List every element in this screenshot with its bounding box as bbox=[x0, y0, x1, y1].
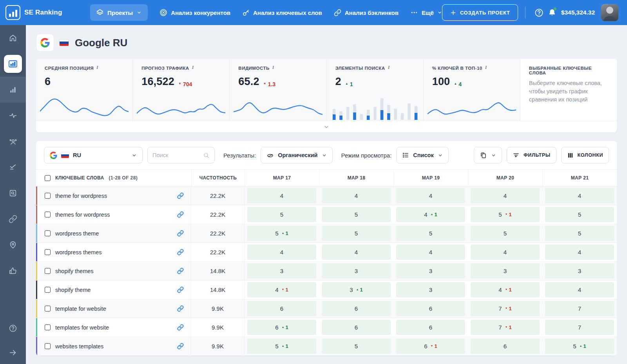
keyword-label[interactable]: shopify themes bbox=[55, 268, 94, 274]
link-icon[interactable] bbox=[177, 211, 184, 218]
keyword-label[interactable]: template for website bbox=[55, 306, 106, 312]
brand[interactable]: SE Ranking bbox=[5, 5, 90, 20]
stat-value-row: 100▲4 bbox=[432, 76, 511, 88]
layers-icon bbox=[96, 9, 103, 16]
date-header[interactable]: МАР 20 bbox=[468, 170, 542, 186]
position-change-down: ▼1 bbox=[431, 343, 437, 349]
position-chip: 4 bbox=[322, 188, 391, 203]
row-checkbox[interactable] bbox=[45, 193, 51, 199]
row-checkbox[interactable] bbox=[45, 343, 51, 349]
link-icon[interactable] bbox=[177, 268, 184, 274]
sidebar-item-social[interactable] bbox=[0, 258, 26, 284]
position-value: 5 bbox=[280, 211, 283, 218]
nav-more[interactable]: Ещё bbox=[410, 9, 442, 16]
chevron-down-icon bbox=[323, 124, 330, 130]
link-icon[interactable] bbox=[177, 324, 184, 331]
keyword-label[interactable]: themes for wordpress bbox=[55, 212, 110, 218]
nav-competitor-analysis[interactable]: Анализ конкурентов bbox=[159, 9, 230, 16]
row-checkbox[interactable] bbox=[45, 324, 51, 330]
link-icon[interactable] bbox=[177, 230, 184, 237]
row-checkbox[interactable] bbox=[45, 268, 51, 274]
nav-keyword-analysis[interactable]: Анализ ключевых слов bbox=[242, 9, 322, 16]
user-avatar[interactable] bbox=[601, 4, 618, 21]
keyword-label[interactable]: websites templates bbox=[55, 343, 103, 350]
sidebar-item-competitors[interactable] bbox=[0, 129, 26, 154]
keyword-label[interactable]: templates for website bbox=[55, 324, 109, 331]
position-value: 7 bbox=[498, 305, 502, 312]
stat-card-3[interactable]: ЭЛЕМЕНТЫ ПОИСКАi2▲1 bbox=[326, 59, 423, 121]
keyword-label[interactable]: wordpress themes bbox=[55, 249, 101, 255]
notifications-button[interactable] bbox=[546, 6, 559, 19]
position-chip: 4 bbox=[471, 244, 540, 260]
stat-card-0[interactable]: СРЕДНЯЯ ПОЗИЦИЯi6 bbox=[36, 59, 132, 121]
date-header[interactable]: МАР 19 bbox=[393, 170, 468, 186]
sidebar-item-backlinks[interactable] bbox=[0, 206, 26, 232]
sidebar-item-projects[interactable] bbox=[0, 51, 26, 77]
position-cell: 4 bbox=[319, 187, 393, 205]
search-volume: 22.2K bbox=[191, 187, 245, 205]
volume-header[interactable]: ЧАСТОТНОСТЬ bbox=[191, 170, 245, 186]
stat-card-2[interactable]: ВИДИМОСТЬi65.2▼1.3 bbox=[229, 59, 326, 121]
sidebar-item-expand[interactable] bbox=[0, 341, 26, 364]
link-icon[interactable] bbox=[177, 249, 184, 255]
keyword-label[interactable]: theme for wordpress bbox=[55, 193, 107, 199]
position-cell: 4 bbox=[393, 187, 468, 205]
search-input[interactable] bbox=[152, 152, 200, 158]
link-icon[interactable] bbox=[177, 192, 184, 199]
filters-button[interactable]: ФИЛЬТРЫ bbox=[507, 147, 556, 163]
down-triangle-icon: ▼ bbox=[505, 288, 508, 291]
position-change-up: ▲1 bbox=[356, 287, 363, 293]
projects-menu-button[interactable]: Проекты bbox=[90, 4, 148, 21]
link-icon[interactable] bbox=[177, 343, 184, 350]
link-icon[interactable] bbox=[177, 305, 184, 312]
date-header[interactable]: МАР 17 bbox=[245, 170, 319, 186]
sidebar-item-audit[interactable] bbox=[0, 154, 26, 180]
stat-label-text: ЭЛЕМЕНТЫ ПОИСКА bbox=[335, 66, 385, 71]
date-header[interactable]: МАР 18 bbox=[319, 170, 393, 186]
sidebar-item-rankings[interactable] bbox=[0, 77, 26, 103]
position-cell: 6 bbox=[468, 337, 542, 355]
info-icon[interactable]: i bbox=[96, 65, 98, 71]
copy-button[interactable] bbox=[474, 147, 502, 163]
view-mode-select[interactable]: Список bbox=[396, 147, 448, 163]
select-all-checkbox[interactable] bbox=[45, 175, 51, 181]
position-cell: 3 bbox=[245, 262, 319, 280]
search-icon bbox=[203, 152, 210, 159]
position-chip: 6 bbox=[471, 339, 540, 354]
up-triangle-icon: ▲ bbox=[282, 232, 285, 234]
backlinks-link-icon bbox=[9, 215, 17, 223]
position-chip: 3 bbox=[322, 263, 391, 279]
sidebar-item-home[interactable] bbox=[0, 25, 26, 51]
stat-value-row: 16,522▼704 bbox=[141, 76, 221, 88]
info-icon[interactable]: i bbox=[388, 65, 390, 71]
collapse-stats-button[interactable] bbox=[36, 121, 617, 132]
sidebar-item-activity[interactable] bbox=[0, 103, 26, 129]
row-checkbox[interactable] bbox=[45, 287, 51, 293]
search-engine-select[interactable]: RU bbox=[44, 147, 143, 163]
row-checkbox[interactable] bbox=[45, 306, 51, 311]
help-button[interactable] bbox=[533, 6, 545, 19]
results-type-select[interactable]: Органический bbox=[261, 147, 332, 163]
sidebar-item-search-console[interactable] bbox=[0, 180, 26, 206]
link-icon[interactable] bbox=[177, 286, 184, 293]
stat-card-5[interactable]: ВЫБРАННЫЕ КЛЮЧЕВЫЕ СЛОВАВыберите ключевы… bbox=[520, 59, 617, 121]
info-icon[interactable]: i bbox=[272, 65, 274, 71]
create-project-button[interactable]: СОЗДАТЬ ПРОЕКТ bbox=[442, 4, 518, 21]
stat-card-label: СРЕДНЯЯ ПОЗИЦИЯi bbox=[45, 66, 124, 72]
position-chip: 4 bbox=[396, 244, 465, 260]
nav-backlink-analysis[interactable]: Анализ бэклинков bbox=[334, 9, 399, 16]
info-icon[interactable]: i bbox=[485, 65, 487, 71]
stat-card-1[interactable]: ПРОГНОЗ ТРАФИКАi16,522▼704 bbox=[132, 59, 229, 121]
row-checkbox[interactable] bbox=[45, 212, 51, 217]
columns-button[interactable]: КОЛОНКИ bbox=[561, 147, 609, 163]
sidebar-item-help[interactable] bbox=[0, 315, 26, 341]
info-icon[interactable]: i bbox=[192, 65, 194, 71]
row-checkbox[interactable] bbox=[45, 249, 51, 255]
account-balance[interactable]: $345,324.32 bbox=[561, 9, 595, 16]
sidebar-item-local[interactable] bbox=[0, 232, 26, 258]
keyword-label[interactable]: shopify theme bbox=[55, 287, 91, 293]
stat-card-4[interactable]: % КЛЮЧЕЙ В ТОП-10i100▲4 bbox=[423, 59, 520, 121]
date-header[interactable]: МАР 21 bbox=[542, 170, 617, 186]
keyword-label[interactable]: wordpress theme bbox=[55, 230, 99, 237]
row-checkbox[interactable] bbox=[45, 230, 51, 236]
